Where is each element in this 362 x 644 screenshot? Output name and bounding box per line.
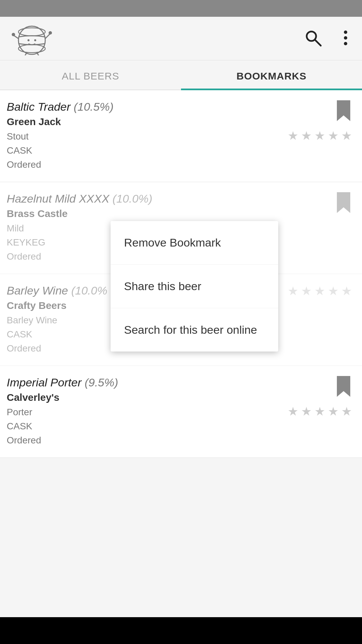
beer-item-imperial-porter[interactable]: Imperial Porter (9.5%) Calverley's Porte… xyxy=(0,366,362,458)
beer-brewery: Calverley's xyxy=(7,392,288,403)
toolbar-actions xyxy=(301,25,352,52)
beer-actions xyxy=(335,192,352,214)
tab-bar: ALL BEERS BOOKMARKS xyxy=(0,60,362,90)
context-menu-remove-bookmark[interactable]: Remove Bookmark xyxy=(111,221,278,265)
beer-name: Imperial Porter (9.5%) xyxy=(7,376,288,389)
beer-name: Baltic Trader (10.5%) xyxy=(7,100,288,113)
svg-point-15 xyxy=(344,42,347,45)
context-menu-share-beer[interactable]: Share this beer xyxy=(111,265,278,308)
status-bar xyxy=(0,0,362,17)
svg-point-14 xyxy=(344,36,347,40)
beer-abv: (9.5%) xyxy=(84,376,118,389)
beer-name: Hazelnut Mild XXXX (10.0%) xyxy=(7,192,335,205)
tab-all-beers[interactable]: ALL BEERS xyxy=(0,60,181,90)
svg-point-13 xyxy=(344,31,347,34)
bookmark-icon[interactable] xyxy=(335,376,352,398)
beer-actions: ★ ★ ★ ★ ★ xyxy=(288,376,352,419)
svg-marker-18 xyxy=(337,376,350,397)
beer-style: Porter xyxy=(7,405,288,419)
beer-status: Ordered xyxy=(7,158,288,172)
search-button[interactable] xyxy=(301,25,326,52)
svg-point-8 xyxy=(49,31,52,35)
svg-line-12 xyxy=(315,40,321,46)
app-logo xyxy=(10,22,54,55)
bottom-navigation-bar xyxy=(0,617,362,644)
beer-status: Ordered xyxy=(7,433,288,447)
bookmark-icon[interactable] xyxy=(335,192,352,214)
star-rating[interactable]: ★ ★ ★ ★ ★ xyxy=(288,405,352,419)
beer-brewery: Green Jack xyxy=(7,116,288,127)
beer-info: Imperial Porter (9.5%) Calverley's Porte… xyxy=(7,376,288,447)
tab-bookmarks[interactable]: BOOKMARKS xyxy=(181,60,362,90)
svg-point-1 xyxy=(18,28,45,36)
svg-point-7 xyxy=(12,33,15,36)
bookmark-icon[interactable] xyxy=(335,100,352,122)
star-rating[interactable]: ★ ★ ★ ★ ★ xyxy=(288,129,352,143)
beer-info: Baltic Trader (10.5%) Green Jack Stout C… xyxy=(7,100,288,172)
svg-point-4 xyxy=(34,39,36,41)
beer-actions: ★ ★ ★ ★ ★ xyxy=(288,100,352,143)
more-options-button[interactable] xyxy=(339,25,352,52)
beer-brewery: Brass Castle xyxy=(7,208,335,219)
toolbar xyxy=(0,17,362,60)
beer-keg: CASK xyxy=(7,419,288,433)
page-content: Baltic Trader (10.5%) Green Jack Stout C… xyxy=(0,90,362,458)
svg-point-0 xyxy=(18,26,45,54)
context-menu-search-online[interactable]: Search for this beer online xyxy=(111,308,278,352)
beer-list: Baltic Trader (10.5%) Green Jack Stout C… xyxy=(0,90,362,458)
context-menu: Remove Bookmark Share this beer Search f… xyxy=(111,221,278,352)
beer-actions: ★ ★ ★ ★ ★ xyxy=(288,284,352,298)
beer-keg: CASK xyxy=(7,144,288,158)
beer-item-baltic-trader[interactable]: Baltic Trader (10.5%) Green Jack Stout C… xyxy=(0,90,362,182)
beer-abv: (10.0% xyxy=(71,284,107,297)
svg-point-3 xyxy=(27,39,29,41)
svg-marker-16 xyxy=(337,100,350,121)
beer-abv: (10.0%) xyxy=(113,192,153,205)
svg-point-2 xyxy=(18,45,45,53)
beer-abv: (10.5%) xyxy=(74,100,114,113)
beer-style: Stout xyxy=(7,129,288,144)
star-rating[interactable]: ★ ★ ★ ★ ★ xyxy=(288,284,352,298)
svg-marker-17 xyxy=(337,192,350,213)
